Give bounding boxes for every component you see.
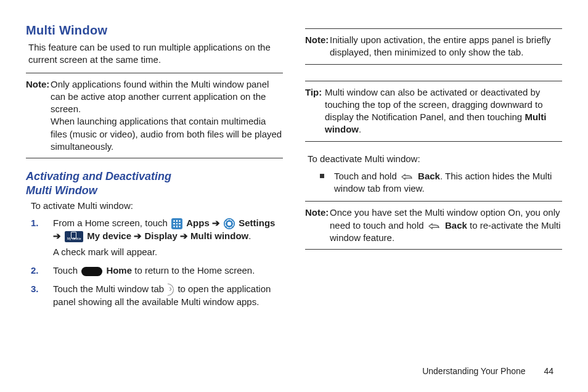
section-heading: Multi Window [26,23,283,38]
divider [26,158,283,158]
step-item: Touch the Multi window tab to open the a… [31,283,283,308]
step-sub: A check mark will appear. [53,246,283,258]
right-column: Note: Initially upon activation, the ent… [305,23,562,315]
footer-section: Understanding Your Phone [422,366,525,376]
divider [305,201,562,202]
divider [305,141,562,142]
divider [26,73,283,73]
activate-intro: To activate Multi window: [31,200,283,212]
back-icon [401,173,414,181]
note-label: Note: [305,206,329,219]
settings-icon [224,218,235,229]
my-device-icon: My device [65,231,83,242]
intro-text: This feature can be used to run multiple… [28,41,283,67]
note-label: Note: [305,34,329,46]
tip-label: Tip: [305,86,322,99]
bullet-item: Touch and hold Back. This action hides t… [320,170,562,195]
multiwindow-tab-icon [168,284,174,296]
apps-icon [171,218,182,229]
note-text: Only applications found within the Multi… [51,79,269,115]
divider [305,28,562,29]
subsection-heading: Activating and Deactivating Multi Window [26,169,283,197]
divider [305,81,562,81]
note-block: Note: Initially upon activation, the ent… [305,34,562,59]
page-footer: Understanding Your Phone 44 [422,366,553,376]
tip-block: Tip: Multi window can also be activated … [305,86,562,136]
home-button-icon [81,267,102,276]
note-text: Initially upon activation, the entire ap… [330,35,551,57]
tip-text: Multi window can also be activated or de… [325,87,543,123]
deactivate-intro: To deactivate Multi window: [308,153,562,165]
step-item: Touch Home to return to the Home screen. [31,264,283,277]
divider [305,249,562,250]
square-bullet-icon [320,174,324,178]
left-column: Multi Window This feature can be used to… [26,23,283,315]
divider [305,64,562,65]
step-item: From a Home screen, touch Apps ➔ Setting… [31,217,283,258]
back-icon [428,222,441,231]
note-label: Note: [26,78,49,91]
note-text: When launching applications that contain… [51,116,282,152]
note-block: Note: Only applications found within the… [26,78,283,153]
note-block: Note: Once you have set the Multi window… [305,206,562,244]
steps-list: From a Home screen, touch Apps ➔ Setting… [31,217,283,308]
page-number: 44 [544,366,553,376]
